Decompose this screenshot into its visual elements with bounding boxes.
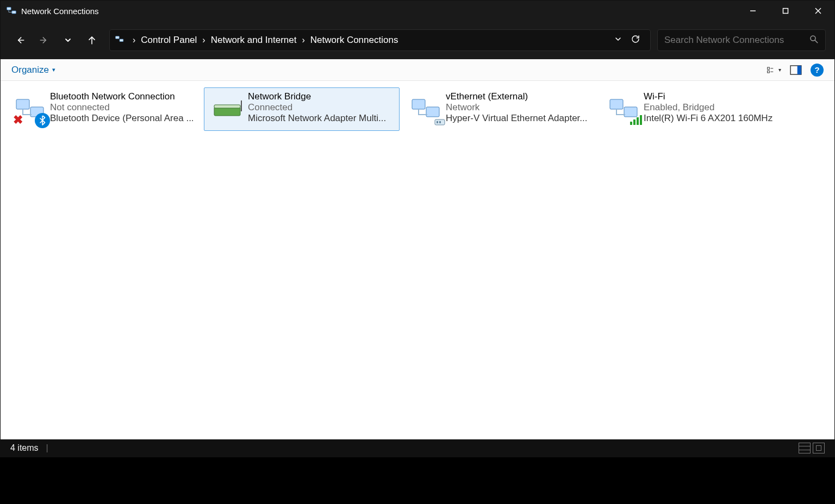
- connection-bluetooth[interactable]: ✖ Bluetooth Network Connection Not conne…: [6, 87, 202, 131]
- chevron-down-icon: ▾: [52, 66, 55, 73]
- svg-rect-31: [630, 122, 632, 125]
- search-box[interactable]: [657, 29, 826, 51]
- back-button[interactable]: [9, 29, 31, 51]
- connection-status: Network: [446, 102, 588, 113]
- recent-locations-button[interactable]: [57, 29, 79, 51]
- help-button[interactable]: ?: [811, 64, 824, 77]
- connection-device: Microsoft Network Adapter Multi...: [248, 113, 386, 124]
- svg-rect-25: [426, 107, 439, 117]
- connection-device: Hyper-V Virtual Ethernet Adapter...: [446, 113, 588, 124]
- large-icons-view-button[interactable]: [813, 443, 825, 453]
- minimize-button[interactable]: [737, 1, 769, 21]
- connection-network-bridge[interactable]: Network Bridge Connected Microsoft Netwo…: [204, 87, 400, 131]
- breadcrumb-control-panel[interactable]: Control Panel: [140, 35, 198, 46]
- chevron-right-icon: ›: [198, 35, 209, 45]
- svg-rect-29: [610, 99, 623, 109]
- chevron-right-icon: ›: [297, 35, 309, 45]
- up-button[interactable]: [81, 29, 103, 51]
- preview-pane-button[interactable]: [789, 63, 803, 77]
- connection-name: vEthernet (External): [446, 91, 588, 102]
- connection-status: Enabled, Bridged: [644, 102, 772, 113]
- wifi-signal-overlay-icon: [630, 114, 644, 128]
- toolbar-right: ▾ ?: [767, 63, 824, 77]
- status-bar: 4 items |: [1, 439, 834, 457]
- search-input[interactable]: [664, 35, 809, 46]
- svg-rect-27: [437, 121, 438, 123]
- organize-label: Organize: [11, 65, 49, 75]
- svg-rect-3: [783, 9, 788, 14]
- svg-rect-24: [412, 99, 425, 109]
- connection-name: Bluetooth Network Connection: [50, 91, 194, 102]
- network-connections-icon: [6, 5, 17, 16]
- refresh-button[interactable]: [625, 34, 646, 46]
- connection-status: Not connected: [50, 102, 194, 113]
- svg-rect-28: [439, 121, 441, 123]
- network-bridge-icon: [209, 90, 248, 129]
- svg-rect-15: [768, 71, 770, 73]
- error-overlay-icon: ✖: [13, 113, 23, 127]
- svg-rect-18: [797, 65, 801, 74]
- svg-rect-9: [116, 36, 120, 39]
- toolbar: Organize ▾ ▾ ?: [1, 59, 834, 81]
- chevron-right-icon: ›: [128, 35, 140, 45]
- item-count: 4 items: [10, 443, 39, 453]
- address-bar[interactable]: › Control Panel › Network and Internet ›…: [109, 29, 651, 51]
- connection-device: Intel(R) Wi-Fi 6 AX201 160MHz: [644, 113, 772, 124]
- address-dropdown-button[interactable]: [611, 35, 625, 45]
- content-area[interactable]: ✖ Bluetooth Network Connection Not conne…: [1, 81, 834, 439]
- connection-wifi[interactable]: Wi-Fi Enabled, Bridged Intel(R) Wi-Fi 6 …: [600, 87, 795, 131]
- svg-rect-1: [12, 11, 16, 14]
- close-button[interactable]: [802, 1, 834, 21]
- svg-line-12: [815, 40, 818, 43]
- breadcrumb-network-connections[interactable]: Network Connections: [309, 35, 400, 46]
- svg-rect-19: [16, 99, 29, 109]
- breadcrumbs: › Control Panel › Network and Internet ›…: [128, 35, 611, 46]
- navbar: › Control Panel › Network and Internet ›…: [1, 21, 834, 59]
- connection-device: Bluetooth Device (Personal Area ...: [50, 113, 194, 124]
- chevron-down-icon: ▾: [778, 67, 781, 73]
- status-separator: |: [46, 443, 48, 453]
- svg-rect-33: [637, 117, 639, 125]
- help-icon: ?: [814, 65, 819, 74]
- bluetooth-overlay-icon: [35, 113, 50, 128]
- titlebar-buttons: [737, 1, 834, 21]
- network-adapter-icon: ✖: [11, 90, 50, 129]
- connection-status: Connected: [248, 102, 386, 113]
- ethernet-overlay-icon: [434, 116, 447, 129]
- svg-rect-22: [214, 105, 240, 108]
- titlebar: Network Connections: [1, 1, 834, 21]
- search-icon: [809, 34, 819, 46]
- connection-name: Network Bridge: [248, 91, 386, 102]
- network-adapter-icon: [605, 90, 644, 129]
- network-adapter-icon: [407, 90, 446, 129]
- address-root-icon: [114, 34, 125, 46]
- window: Network Connections: [0, 0, 835, 457]
- window-title: Network Connections: [21, 7, 99, 16]
- details-view-button[interactable]: [799, 443, 811, 453]
- connection-vethernet[interactable]: vEthernet (External) Network Hyper-V Vir…: [402, 87, 597, 131]
- svg-rect-10: [120, 39, 123, 42]
- svg-rect-0: [7, 7, 11, 10]
- svg-point-11: [811, 36, 815, 41]
- organize-button[interactable]: Organize ▾: [11, 65, 55, 75]
- svg-rect-32: [633, 119, 635, 125]
- breadcrumb-network-internet[interactable]: Network and Internet: [210, 35, 298, 46]
- connection-name: Wi-Fi: [644, 91, 772, 102]
- svg-rect-13: [768, 67, 770, 70]
- view-options-button[interactable]: ▾: [767, 63, 781, 77]
- forward-button[interactable]: [33, 29, 55, 51]
- maximize-button[interactable]: [769, 1, 802, 21]
- svg-rect-34: [640, 115, 642, 125]
